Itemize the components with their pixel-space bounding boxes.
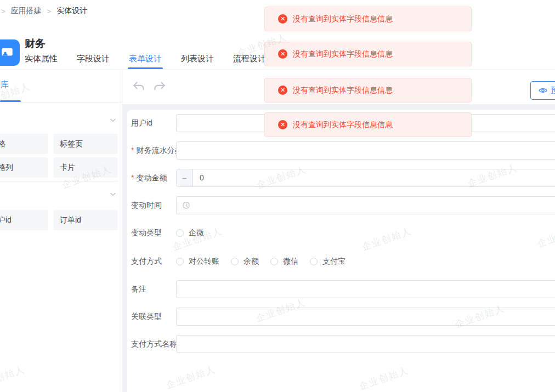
library-card[interactable]: 标签页 <box>53 134 118 154</box>
radio-circle-icon <box>231 258 239 265</box>
error-toast: ✕没有查询到实体字段信息信息 <box>264 78 472 103</box>
page-title: 财务 <box>25 37 46 51</box>
field-label: 备注 <box>131 280 146 298</box>
undo-button[interactable] <box>131 78 148 95</box>
radio-group: 对公转账余额微信支付宝 <box>176 252 346 270</box>
radio-option[interactable]: 企微 <box>176 228 204 238</box>
text-input[interactable] <box>177 281 555 298</box>
tab-实体属性[interactable]: 实体属性 <box>25 54 58 69</box>
error-circle-icon: ✕ <box>278 49 287 59</box>
error-circle-icon: ✕ <box>278 120 287 129</box>
radio-option[interactable]: 余额 <box>231 257 259 266</box>
form-row: 支付方式对公转账余额微信支付宝 <box>131 252 555 270</box>
redo-button[interactable] <box>151 78 167 95</box>
text-input[interactable] <box>177 308 555 325</box>
radio-label: 支付宝 <box>322 257 346 266</box>
radio-group: 企微 <box>176 224 204 242</box>
chevron-down-icon[interactable] <box>109 190 117 198</box>
text-input[interactable] <box>177 336 555 353</box>
form-row: 备注 <box>131 280 555 298</box>
radio-option[interactable]: 支付宝 <box>310 257 346 266</box>
error-toast: ✕没有查询到实体字段信息信息 <box>264 42 472 66</box>
form-row: *变动金额−0 <box>131 169 555 187</box>
text-input-wrapper <box>176 141 555 160</box>
form-sheet: 用户id*财务流水分类*变动金额−0变动时间变动类型企微支付方式对公转账余额微信… <box>127 110 555 392</box>
library-card[interactable]: 栅格列 <box>0 157 48 178</box>
breadcrumb-separator: > <box>1 7 5 15</box>
field-label: 变动时间 <box>131 196 162 214</box>
chevron-down-icon[interactable] <box>109 116 117 124</box>
eye-icon <box>539 86 547 95</box>
radio-circle-icon <box>176 229 184 237</box>
library-card[interactable]: 卡片 <box>53 157 118 178</box>
entity-tabs: 实体属性字段设计表单设计列表设计流程设计 <box>25 54 266 69</box>
field-label: 支付方式 <box>131 252 162 270</box>
redo-arrow-icon <box>152 79 166 94</box>
toast-message: 没有查询到实体字段信息信息 <box>293 120 393 130</box>
toast-message: 没有查询到实体字段信息信息 <box>293 86 393 95</box>
text-input-wrapper <box>176 280 555 298</box>
undo-arrow-icon <box>132 79 146 94</box>
tab-流程设计[interactable]: 流程设计 <box>233 54 266 69</box>
radio-label: 对公转账 <box>189 257 219 266</box>
time-input-wrapper[interactable] <box>176 196 555 214</box>
number-value[interactable]: 0 <box>200 169 204 186</box>
field-label: *财务流水分类 <box>131 141 182 160</box>
field-label: 支付方式名称 <box>131 335 177 353</box>
form-row: *财务流水分类 <box>131 141 555 160</box>
breadcrumb-item[interactable]: 实体设计 <box>56 6 87 16</box>
error-circle-icon: ✕ <box>278 14 287 24</box>
clock-icon <box>182 201 190 209</box>
panel-divider <box>0 102 122 103</box>
number-input-wrapper: −0 <box>176 169 555 187</box>
library-card[interactable]: 栅格 <box>0 134 48 154</box>
presentation-board-icon <box>0 46 14 60</box>
required-asterisk: * <box>131 146 134 155</box>
radio-label: 企微 <box>189 228 204 238</box>
error-circle-icon: ✕ <box>278 86 287 95</box>
radio-circle-icon <box>270 258 278 265</box>
field-label: *变动金额 <box>131 169 167 187</box>
text-input-wrapper <box>176 308 555 326</box>
decrease-button[interactable]: − <box>177 169 193 186</box>
library-card[interactable]: 用户id <box>0 210 48 230</box>
tab-字段设计[interactable]: 字段设计 <box>77 54 110 69</box>
toast-message: 没有查询到实体字段信息信息 <box>293 49 393 59</box>
radio-option[interactable]: 微信 <box>270 257 298 266</box>
breadcrumb-separator: > <box>47 7 52 15</box>
field-label: 关联类型 <box>131 308 162 326</box>
radio-circle-icon <box>310 258 318 265</box>
component-library-panel: 组件库 栅格标签页栅格列卡片 用户id订单id <box>0 70 122 392</box>
required-asterisk: * <box>131 173 134 182</box>
field-label: 变动类型 <box>131 224 162 242</box>
design-canvas[interactable]: 用户id*财务流水分类*变动金额−0变动时间变动类型企微支付方式对公转账余额微信… <box>122 104 555 392</box>
entity-app-icon <box>0 39 20 66</box>
form-row: 关联类型 <box>131 308 555 326</box>
tab-列表设计[interactable]: 列表设计 <box>181 54 214 69</box>
text-input[interactable] <box>177 142 555 159</box>
library-card[interactable]: 订单id <box>53 210 118 230</box>
tab-表单设计[interactable]: 表单设计 <box>129 54 162 69</box>
tab-component-library[interactable]: 组件库 <box>0 79 9 90</box>
group-divider <box>0 181 118 181</box>
radio-label: 微信 <box>283 257 298 266</box>
toast-message: 没有查询到实体字段信息信息 <box>293 14 393 24</box>
breadcrumb: >应用搭建>实体设计 <box>1 6 87 16</box>
preview-button-label: 预览 <box>551 86 555 95</box>
form-row: 支付方式名称 <box>131 335 555 353</box>
radio-circle-icon <box>176 258 184 265</box>
form-row: 变动类型企微 <box>131 224 555 242</box>
form-row: 变动时间 <box>131 196 555 214</box>
field-label: 用户id <box>131 114 152 132</box>
preview-button[interactable]: 预览 <box>530 81 555 100</box>
error-toast: ✕没有查询到实体字段信息信息 <box>264 7 472 31</box>
breadcrumb-item[interactable]: 应用搭建 <box>11 6 42 16</box>
error-toast: ✕没有查询到实体字段信息信息 <box>264 112 472 137</box>
radio-option[interactable]: 对公转账 <box>176 257 219 266</box>
text-input-wrapper <box>176 335 555 353</box>
radio-label: 余额 <box>243 257 259 266</box>
